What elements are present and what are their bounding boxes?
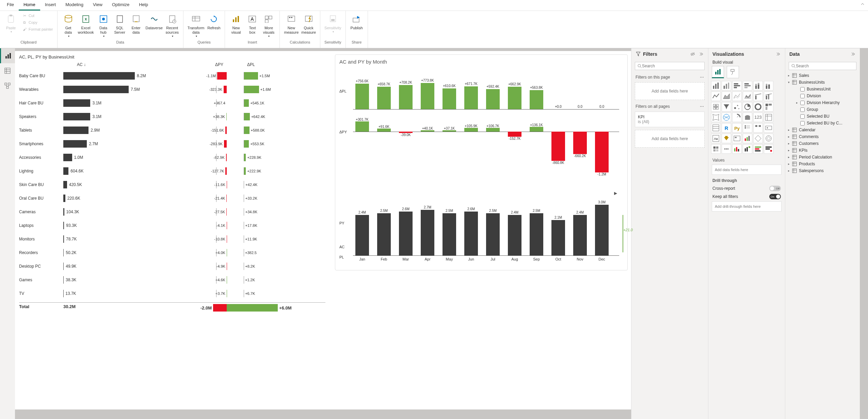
viz-type-25[interactable]: R [722, 123, 731, 133]
viz-type-34[interactable] [753, 134, 763, 143]
refresh-button[interactable]: Refresh [206, 12, 222, 30]
viz-type-22[interactable]: 123 [753, 113, 763, 122]
viz-type-30[interactable]: Aa [711, 134, 721, 143]
sensitivity-button[interactable]: Sensitivity▾ [323, 12, 343, 34]
viz-type-15[interactable] [743, 102, 752, 112]
collapse-ribbon-icon[interactable] [857, 0, 868, 11]
format-visual-mode[interactable] [727, 66, 739, 78]
new-measure-button[interactable]: New measure [283, 12, 300, 35]
viz-type-17[interactable] [764, 102, 773, 112]
viz-type-11[interactable] [764, 91, 773, 101]
viz-type-20[interactable] [732, 113, 742, 122]
viz-type-12[interactable] [711, 102, 721, 112]
viz-type-9[interactable] [743, 91, 752, 101]
all-pages-filter-dropzone[interactable]: Add data fields here [635, 130, 705, 148]
values-dropzone[interactable]: Add data fields here [712, 165, 782, 175]
report-view-button[interactable] [0, 48, 15, 63]
viz-type-19[interactable] [722, 113, 731, 122]
table-kpis[interactable]: ▸KPIs [787, 147, 858, 154]
tab-modeling[interactable]: Modeling [61, 0, 88, 11]
tab-help[interactable]: Help [134, 0, 153, 11]
excel-workbook-button[interactable]: xExcel workbook [77, 12, 95, 35]
data-search-input[interactable] [796, 64, 854, 68]
page-filter-dropzone[interactable]: Add data fields here [635, 82, 705, 100]
viz-type-7[interactable] [722, 91, 731, 101]
bu-chart-visual[interactable]: AC, PL, PY by BusinessUnit AC ↓ ΔPY ΔPL … [19, 54, 325, 312]
viz-type-29[interactable] [764, 123, 773, 133]
field-businessunit[interactable]: BusinessUnit [787, 86, 858, 93]
viz-type-40[interactable] [753, 144, 763, 154]
viz-type-33[interactable] [743, 134, 752, 143]
data-view-button[interactable] [0, 63, 15, 78]
viz-type-16[interactable] [753, 102, 763, 112]
recent-sources-button[interactable]: Recent sources▾ [164, 12, 180, 38]
text-box-button[interactable]: AText box [244, 12, 260, 35]
viz-type-6[interactable] [711, 91, 721, 101]
build-visual-mode[interactable] [712, 66, 724, 78]
field-selected-bu[interactable]: Selected BU [787, 113, 858, 120]
viz-type-3[interactable] [743, 81, 752, 90]
viz-type-10[interactable] [753, 91, 763, 101]
get-data-button[interactable]: Get data▾ [60, 12, 77, 38]
month-chart-visual[interactable]: AC and PY by Month ΔPL +756.6K+658.7K+70… [335, 54, 628, 270]
cross-report-toggle[interactable]: Off [769, 186, 781, 191]
viz-type-31[interactable] [722, 134, 731, 143]
hide-filters-icon[interactable] [690, 51, 696, 57]
table-businessunits[interactable]: ▾BusinessUnits [787, 79, 858, 86]
tab-insert[interactable]: Insert [40, 0, 61, 11]
expand-viz-icon[interactable] [775, 51, 781, 57]
viz-type-14[interactable] [732, 102, 742, 112]
cut-button[interactable]: ✂Cut [20, 12, 54, 19]
viz-type-1[interactable] [722, 81, 731, 90]
keep-filters-toggle[interactable]: On [769, 194, 781, 199]
viz-type-27[interactable] [743, 123, 752, 133]
viz-type-8[interactable] [732, 91, 742, 101]
transform-data-button[interactable]: Transform data▾ [186, 12, 206, 38]
enter-data-button[interactable]: Enter data [128, 12, 144, 35]
table-products[interactable]: ▸Products [787, 161, 858, 167]
format-painter-button[interactable]: 🖌Format painter [20, 26, 54, 33]
viz-type-21[interactable] [743, 113, 752, 122]
table-calendar[interactable]: ▸Calendar [787, 127, 858, 133]
table-period calculation[interactable]: ▸Period Calculation [787, 154, 858, 161]
viz-type-4[interactable] [753, 81, 763, 90]
more-visuals-button[interactable]: More visuals▾ [260, 12, 277, 38]
new-visual-button[interactable]: New visual [228, 12, 244, 35]
viz-type-0[interactable] [711, 81, 721, 90]
sql-server-button[interactable]: SQL Server [112, 12, 128, 35]
kpi-filter-card[interactable]: KPI is (All) [635, 112, 705, 127]
viz-type-26[interactable]: Py [732, 123, 742, 133]
field-division-hierarchy[interactable]: ▸ Division Hierarchy [787, 99, 858, 106]
filter-search[interactable] [635, 62, 705, 70]
viz-type-23[interactable] [764, 113, 773, 122]
data-search[interactable] [789, 62, 856, 70]
drillthrough-dropzone[interactable]: Add drill-through fields here [712, 201, 782, 212]
table-salespersons[interactable]: ▸Salespersons [787, 167, 858, 174]
table-customers[interactable]: ▸Customers [787, 140, 858, 147]
viz-type-24[interactable] [711, 123, 721, 133]
tab-optimize[interactable]: Optimize [107, 0, 134, 11]
tab-home[interactable]: Home [19, 0, 40, 11]
copy-button[interactable]: ⧉Copy [20, 19, 54, 26]
viz-type-41[interactable] [764, 144, 773, 154]
viz-type-35[interactable] [764, 134, 773, 143]
viz-type-28[interactable] [753, 123, 763, 133]
field-division[interactable]: Division [787, 93, 858, 99]
viz-type-13[interactable] [722, 102, 731, 112]
report-page[interactable]: AC, PL, PY by BusinessUnit AC ↓ ΔPY ΔPL … [15, 51, 631, 409]
viz-type-5[interactable] [764, 81, 773, 90]
tab-view[interactable]: View [88, 0, 107, 11]
quick-measure-button[interactable]: Quick measure [300, 12, 317, 35]
viz-type-36[interactable] [711, 144, 721, 154]
viz-type-37[interactable] [722, 144, 731, 154]
tab-file[interactable]: File [2, 0, 19, 11]
field-selected-bu-by-c...[interactable]: Selected BU by C... [787, 120, 858, 127]
viz-type-18[interactable] [711, 113, 721, 122]
viz-type-2[interactable] [732, 81, 742, 90]
table-comments[interactable]: ▸Comments [787, 133, 858, 140]
viz-type-32[interactable] [732, 134, 742, 143]
dataverse-button[interactable]: Dataverse [144, 12, 164, 30]
paste-button[interactable]: Paste▾ [3, 12, 19, 34]
publish-button[interactable]: Publish [349, 12, 365, 30]
expand-filters-icon[interactable] [698, 51, 704, 57]
